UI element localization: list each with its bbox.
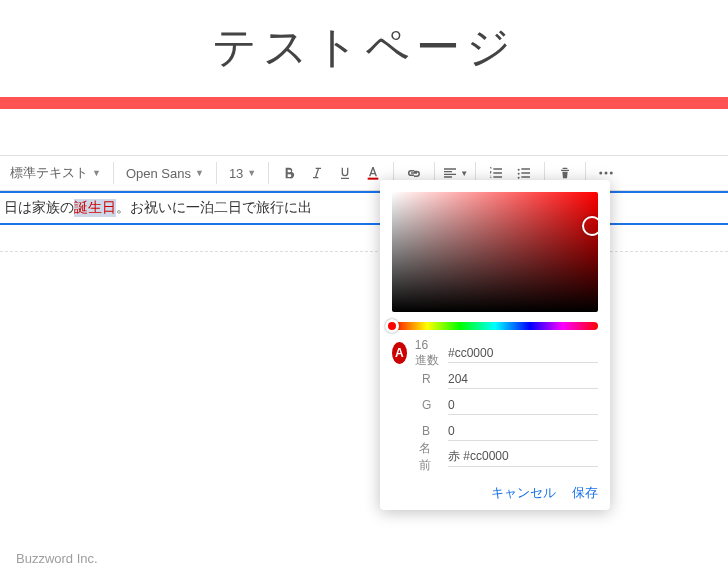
svg-point-3 xyxy=(610,172,613,175)
section-divider xyxy=(0,251,728,252)
hue-slider[interactable] xyxy=(392,322,598,330)
name-input[interactable] xyxy=(448,448,598,467)
color-picker-popover: A 16 進数 R G B 名前 キャンセル 保存 xyxy=(380,180,610,510)
font-family-dropdown[interactable]: Open Sans ▼ xyxy=(120,166,210,181)
r-input[interactable] xyxy=(448,370,598,389)
numbered-list-icon xyxy=(488,165,504,181)
trash-icon xyxy=(557,165,573,181)
g-input[interactable] xyxy=(448,396,598,415)
toolbar: 標準テキスト ▼ Open Sans ▼ 13 ▼ ▼ xyxy=(0,155,728,191)
svg-point-1 xyxy=(600,172,603,175)
cancel-button[interactable]: キャンセル xyxy=(491,484,556,502)
hex-label: 16 進数 xyxy=(415,338,442,369)
italic-icon xyxy=(309,165,325,181)
chevron-down-icon: ▼ xyxy=(195,168,204,178)
paragraph-style-dropdown[interactable]: 標準テキスト ▼ xyxy=(4,164,107,182)
banner xyxy=(0,97,728,109)
page-title: テストページ xyxy=(0,18,728,77)
align-left-icon xyxy=(442,165,458,181)
b-input[interactable] xyxy=(448,422,598,441)
underline-button[interactable] xyxy=(331,159,359,187)
svg-point-2 xyxy=(605,172,608,175)
font-size-label: 13 xyxy=(229,166,243,181)
hue-slider-thumb[interactable] xyxy=(385,319,399,333)
bold-button[interactable] xyxy=(275,159,303,187)
chevron-down-icon: ▼ xyxy=(92,168,101,178)
editor-area[interactable]: 日は家族の誕生日。お祝いに一泊二日で旅行に出 xyxy=(0,191,728,252)
selected-text: 誕生日 xyxy=(74,199,116,217)
editor-line[interactable]: 日は家族の誕生日。お祝いに一泊二日で旅行に出 xyxy=(0,191,728,225)
text-fragment: 日は家族の xyxy=(4,199,74,217)
chevron-down-icon: ▼ xyxy=(247,168,256,178)
hex-input[interactable] xyxy=(448,344,598,363)
bulleted-list-icon xyxy=(516,165,532,181)
b-label: B xyxy=(422,424,442,438)
svg-rect-0 xyxy=(368,178,379,180)
italic-button[interactable] xyxy=(303,159,331,187)
save-button[interactable]: 保存 xyxy=(572,484,598,502)
g-label: G xyxy=(422,398,442,412)
bold-icon xyxy=(281,165,297,181)
text-fragment: 。お祝いに一泊二日で旅行に出 xyxy=(116,199,312,217)
name-label: 名前 xyxy=(419,440,442,474)
divider xyxy=(113,162,114,184)
chevron-down-icon: ▼ xyxy=(460,169,468,178)
text-color-icon xyxy=(365,165,381,181)
font-size-dropdown[interactable]: 13 ▼ xyxy=(223,166,262,181)
footer-brand: Buzzword Inc. xyxy=(16,551,98,566)
paragraph-style-label: 標準テキスト xyxy=(10,164,88,182)
saturation-value-picker[interactable] xyxy=(392,192,598,312)
underline-icon xyxy=(337,165,353,181)
divider xyxy=(216,162,217,184)
font-family-label: Open Sans xyxy=(126,166,191,181)
r-label: R xyxy=(422,372,442,386)
color-swatch-badge: A xyxy=(392,342,407,364)
divider xyxy=(268,162,269,184)
